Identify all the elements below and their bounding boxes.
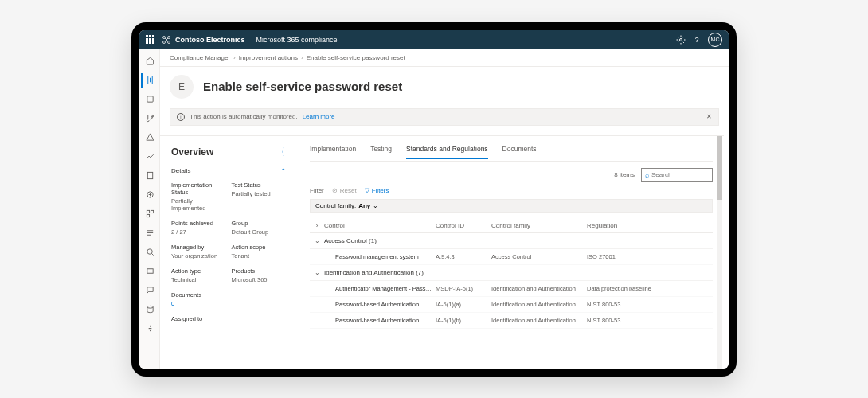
page-title: Enable self-service password reset	[203, 80, 402, 93]
search-field[interactable]	[651, 171, 709, 178]
tab-implementation[interactable]: Implementation	[310, 145, 356, 158]
page-initial-badge: E	[170, 75, 194, 99]
scrollbar[interactable]	[717, 136, 722, 369]
tab-testing[interactable]: Testing	[370, 145, 392, 158]
help-icon[interactable]: ?	[689, 32, 705, 48]
impl-status-value: Partially Implemented	[171, 197, 227, 212]
points-value: 2 / 27	[171, 228, 227, 236]
svg-point-13	[147, 306, 153, 308]
cell-control-family: Identification and Authentication	[491, 317, 587, 324]
chevron-right-icon: ›	[233, 54, 236, 61]
cell-control: Password-based Authentication	[324, 317, 436, 324]
nav-permissions-icon[interactable]	[141, 188, 158, 202]
close-icon[interactable]: ✕	[706, 113, 712, 120]
breadcrumb: Compliance Manager › Improvement actions…	[160, 49, 729, 67]
settings-icon[interactable]	[673, 32, 689, 48]
cell-control-family: Access Control	[491, 253, 587, 260]
group-value: Default Group	[232, 228, 287, 236]
svg-rect-5	[147, 96, 153, 102]
control-family-pill[interactable]: Control family: Any ⌄	[310, 199, 713, 213]
nav-content-icon[interactable]	[141, 264, 158, 279]
left-nav	[139, 49, 160, 369]
search-input[interactable]: ⌕	[641, 168, 713, 182]
chevron-right-icon: ›	[301, 54, 303, 61]
nav-reports-icon[interactable]	[141, 150, 158, 164]
breadcrumb-current: Enable self-service password reset	[307, 54, 405, 61]
documents-value[interactable]: 0	[171, 300, 227, 307]
managed-by-label: Managed by	[171, 244, 227, 251]
details-section-label: Details	[171, 167, 190, 174]
group-label: Group	[232, 220, 287, 227]
nav-policies-icon[interactable]	[141, 169, 158, 183]
filter-label: Filter	[310, 187, 324, 194]
nav-audit-icon[interactable]	[141, 245, 158, 259]
filters-button[interactable]: ▽ Filters	[365, 187, 389, 194]
cell-regulation: Data protection baseline	[587, 285, 713, 292]
app-launcher-icon[interactable]	[146, 35, 155, 45]
cell-control-id: A.9.4.3	[436, 253, 491, 260]
col-control[interactable]: Control	[324, 222, 436, 229]
banner-learn-more-link[interactable]: Learn more	[303, 113, 335, 120]
col-control-id[interactable]: Control ID	[436, 222, 491, 229]
svg-rect-12	[147, 269, 153, 274]
table-row[interactable]: Password management system A.9.4.3 Acces…	[310, 249, 713, 265]
svg-rect-6	[147, 172, 152, 178]
chevron-up-icon[interactable]: ⌃	[280, 167, 287, 175]
chevron-down-icon: ⌄	[373, 202, 378, 209]
funnel-icon: ▽	[365, 187, 369, 194]
cell-control-id: IA-5(1)(b)	[436, 317, 491, 324]
cell-control: Authenticator Management - Password-bas…	[324, 285, 436, 292]
products-label: Products	[232, 267, 287, 275]
group-name: Access Control (1)	[324, 237, 713, 244]
breadcrumb-item[interactable]: Compliance Manager	[170, 54, 230, 61]
test-status-value: Partially tested	[232, 190, 287, 197]
action-scope-label: Action scope	[232, 244, 287, 251]
table-header: › Control Control ID Control family Regu…	[310, 219, 713, 233]
detail-pane: Implementation Testing Standards and Reg…	[295, 136, 724, 369]
action-type-label: Action type	[171, 267, 227, 275]
breadcrumb-item[interactable]: Improvement actions	[239, 54, 298, 61]
scroll-thumb[interactable]	[717, 136, 722, 200]
chevron-down-icon[interactable]: ⌄	[310, 237, 324, 244]
col-control-family[interactable]: Control family	[491, 222, 587, 229]
nav-data-class-icon[interactable]	[141, 302, 158, 317]
table-row[interactable]: Authenticator Management - Password-bas……	[310, 281, 713, 297]
overview-pane: Overview 〈 Details ⌃ Implementation Stat…	[160, 136, 295, 369]
tab-standards[interactable]: Standards and Regulations	[406, 145, 488, 159]
cell-control-id: IA-5(1)(a)	[436, 301, 491, 308]
svg-point-11	[147, 249, 152, 254]
group-header[interactable]: ⌄ Identification and Authentication (7)	[310, 265, 713, 281]
reset-filter-button[interactable]: ⊘ Reset	[332, 187, 357, 194]
cell-regulation: NIST 800-53	[587, 301, 713, 308]
action-type-value: Technical	[171, 276, 227, 283]
managed-by-value: Your organization	[171, 252, 227, 259]
reset-icon: ⊘	[332, 187, 338, 194]
group-header[interactable]: ⌄ Access Control (1)	[310, 233, 713, 249]
nav-home-icon[interactable]	[141, 54, 158, 68]
table-row[interactable]: Password-based Authentication IA-5(1)(a)…	[310, 297, 713, 313]
user-avatar[interactable]: MC	[708, 33, 722, 47]
svg-rect-9	[151, 210, 153, 213]
svg-rect-10	[147, 214, 149, 217]
cell-control-family: Identification and Authentication	[491, 301, 587, 308]
test-status-label: Test Status	[232, 181, 287, 189]
nav-branch-icon[interactable]	[141, 111, 158, 126]
documents-label: Documents	[171, 291, 227, 298]
svg-rect-8	[147, 210, 149, 213]
expand-all-icon[interactable]: ›	[310, 222, 324, 229]
nav-more-icon[interactable]	[141, 322, 158, 336]
nav-compliance-icon[interactable]	[141, 73, 158, 88]
org-name: Contoso Electronics	[175, 36, 245, 44]
collapse-pane-icon[interactable]: 〈	[279, 146, 284, 159]
nav-catalog-icon[interactable]	[141, 226, 158, 240]
chevron-down-icon[interactable]: ⌄	[310, 269, 324, 276]
info-icon: i	[177, 113, 185, 121]
nav-solutions-icon[interactable]	[141, 207, 158, 221]
nav-comm-icon[interactable]	[141, 283, 158, 298]
col-regulation[interactable]: Regulation	[587, 222, 713, 229]
cell-regulation: ISO 27001	[587, 253, 713, 260]
tab-documents[interactable]: Documents	[502, 145, 537, 158]
table-row[interactable]: Password-based Authentication IA-5(1)(b)…	[310, 313, 713, 329]
nav-alerts-icon[interactable]	[141, 131, 158, 145]
nav-data-icon[interactable]	[141, 92, 158, 107]
